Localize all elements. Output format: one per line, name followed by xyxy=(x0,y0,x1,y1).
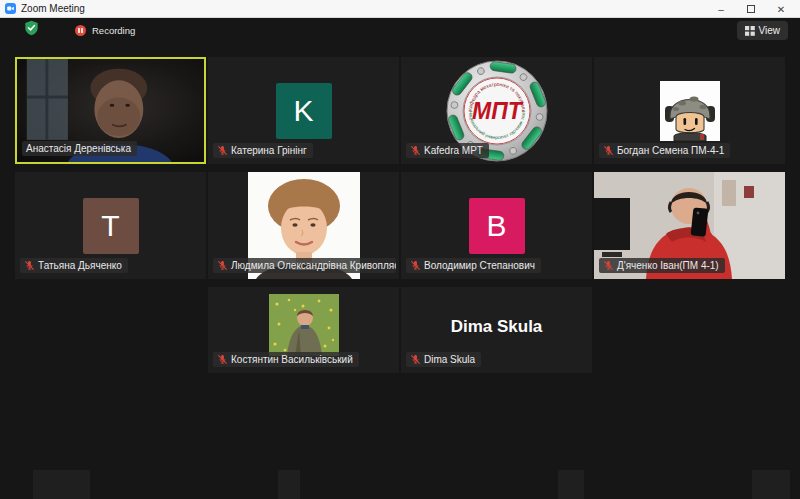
name-tag: Д'яченко Іван(ПМ 4-1) xyxy=(599,258,725,273)
participant-tile[interactable]: Людмила Олександрівна Кривопляс-Володіна xyxy=(208,172,399,279)
participant-tile[interactable]: B Володимир Степанович xyxy=(401,172,592,279)
name-tag: Людмила Олександрівна Кривопляс-Володіна xyxy=(213,258,396,273)
participant-display-name: Dima Skula xyxy=(401,317,592,337)
name-tag: Татьяна Дьяченко xyxy=(20,258,128,273)
name-tag: Костянтин Васильківський xyxy=(213,352,359,367)
name-tag: Володимир Степанович xyxy=(406,258,541,273)
participant-tile[interactable]: T Татьяна Дьяченко xyxy=(15,172,206,279)
name-tag: Анастасія Деренівська xyxy=(22,141,137,156)
letter-avatar: K xyxy=(276,83,332,139)
participant-tile[interactable]: Костянтин Васильківський xyxy=(208,287,399,373)
svg-text:МПТ: МПТ xyxy=(472,98,524,124)
participant-name: Dima Skula xyxy=(424,354,475,365)
soldier-avatar xyxy=(660,81,720,141)
muted-mic-icon xyxy=(603,145,614,156)
participant-tile[interactable]: Богдан Семена ПМ-4-1 xyxy=(594,57,785,164)
name-tag: Катерина Грінінг xyxy=(213,143,313,158)
partial-tile xyxy=(752,470,790,499)
participant-tile[interactable]: Д'яченко Іван(ПМ 4-1) xyxy=(594,172,785,279)
participant-name: Татьяна Дьяченко xyxy=(38,260,122,271)
participant-name: Катерина Грінінг xyxy=(231,145,307,156)
participant-tile[interactable]: Анастасія Деренівська xyxy=(15,57,206,164)
close-button[interactable]: ✕ xyxy=(766,0,796,18)
muted-mic-icon xyxy=(410,354,421,365)
participant-name: Костянтин Васильківський xyxy=(231,354,353,365)
participant-tile[interactable]: K Катерина Грінінг xyxy=(208,57,399,164)
field-photo-avatar xyxy=(269,294,339,356)
encryption-shield-icon[interactable] xyxy=(24,20,39,40)
muted-mic-icon xyxy=(24,260,35,271)
letter-avatar: T xyxy=(83,198,139,254)
maximize-button[interactable] xyxy=(736,0,766,18)
participant-name: Богдан Семена ПМ-4-1 xyxy=(617,145,724,156)
view-button[interactable]: View xyxy=(737,21,789,40)
recording-label: Recording xyxy=(92,25,135,36)
name-tag: Dima Skula xyxy=(406,352,481,367)
muted-mic-icon xyxy=(410,145,421,156)
window-title: Zoom Meeting xyxy=(21,3,85,14)
muted-mic-icon xyxy=(410,260,421,271)
gallery-grid-icon xyxy=(745,26,755,36)
recording-dot-icon xyxy=(75,25,86,36)
participant-name: Kafedra MPT xyxy=(424,145,483,156)
partial-tile xyxy=(278,470,300,499)
name-tag: Kafedra MPT xyxy=(406,143,489,158)
muted-mic-icon xyxy=(217,145,228,156)
participant-name: Анастасія Деренівська xyxy=(26,143,131,154)
participant-name: Володимир Степанович xyxy=(424,260,535,271)
muted-mic-icon xyxy=(217,260,228,271)
zoom-app-icon xyxy=(5,3,16,14)
name-tag: Богдан Семена ПМ-4-1 xyxy=(599,143,730,158)
participant-name: Людмила Олександрівна Кривопляс-Володіна xyxy=(231,260,396,271)
muted-mic-icon xyxy=(603,260,614,271)
participant-tile[interactable]: Кафедра мехатроніки та пакувальної техні… xyxy=(401,57,592,164)
view-button-label: View xyxy=(759,25,781,36)
window-titlebar: Zoom Meeting – ✕ xyxy=(0,0,800,18)
partial-tile xyxy=(33,470,90,499)
zoom-meeting-window: Zoom Meeting – ✕ Recording View xyxy=(0,0,800,499)
participant-name: Д'яченко Іван(ПМ 4-1) xyxy=(617,260,719,271)
meeting-top-overlay: Recording View xyxy=(0,18,800,42)
participant-tile[interactable]: Dima Skula Dima Skula xyxy=(401,287,592,373)
muted-mic-icon xyxy=(217,354,228,365)
partial-tile xyxy=(558,470,584,499)
letter-avatar: B xyxy=(469,198,525,254)
recording-indicator[interactable]: Recording xyxy=(75,25,135,36)
minimize-button[interactable]: – xyxy=(706,0,736,18)
